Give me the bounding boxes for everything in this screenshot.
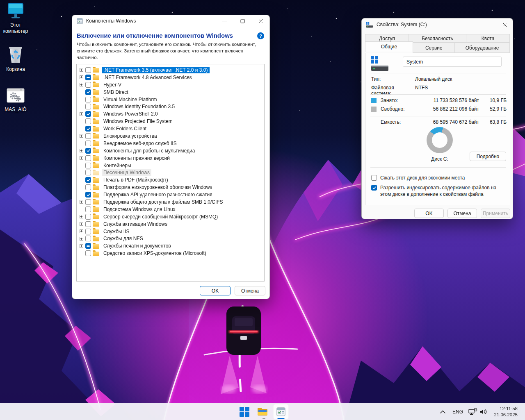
- feature-checkbox[interactable]: [85, 104, 91, 109]
- feature-row[interactable]: Средство записи XPS-документов (Microsof…: [77, 250, 264, 257]
- properties-titlebar[interactable]: Свойства: System (C:): [362, 18, 513, 31]
- feature-row[interactable]: .NET Framework 3.5 (включает .NET 2.0 и …: [77, 66, 264, 74]
- close-button[interactable]: [496, 18, 513, 31]
- feature-checkbox[interactable]: [85, 82, 91, 88]
- feature-row[interactable]: Служба активации Windows: [77, 220, 264, 228]
- feature-checkbox[interactable]: [85, 67, 91, 73]
- features-titlebar[interactable]: Компоненты Windows: [72, 15, 269, 27]
- feature-row[interactable]: Windows Identity Foundation 3.5: [77, 103, 264, 110]
- start-button[interactable]: [239, 406, 250, 417]
- ok-button[interactable]: OK: [414, 209, 444, 218]
- expander-icon[interactable]: [80, 68, 83, 72]
- feature-checkbox[interactable]: [85, 97, 91, 102]
- expander-icon[interactable]: [80, 75, 83, 79]
- feature-checkbox[interactable]: [85, 118, 91, 124]
- feature-row[interactable]: Службы печати и документов: [77, 242, 264, 250]
- feature-checkbox[interactable]: [85, 207, 91, 212]
- feature-checkbox[interactable]: [85, 141, 91, 146]
- tab-quota[interactable]: Квота: [466, 34, 510, 43]
- feature-checkbox[interactable]: [85, 184, 91, 190]
- feature-row[interactable]: Платформа низкоуровневой оболочки Window…: [77, 184, 264, 191]
- compress-checkbox[interactable]: [371, 175, 377, 181]
- help-icon[interactable]: ?: [257, 32, 264, 39]
- feature-checkbox[interactable]: [85, 214, 91, 220]
- expander-icon[interactable]: [80, 215, 83, 218]
- feature-checkbox[interactable]: [85, 89, 91, 95]
- feature-row[interactable]: Службы IIS: [77, 228, 264, 235]
- expander-icon[interactable]: [80, 112, 83, 116]
- feature-checkbox[interactable]: [85, 243, 91, 249]
- feature-row[interactable]: Поддержка общего доступа к файлам SMB 1.…: [77, 198, 264, 206]
- language-indicator[interactable]: ENG: [452, 403, 463, 420]
- feature-row[interactable]: Блокировка устройства: [77, 132, 264, 140]
- feature-row[interactable]: Внедряемое веб-ядро служб IIS: [77, 140, 264, 147]
- ok-button[interactable]: OK: [200, 286, 231, 295]
- expander-icon[interactable]: [80, 222, 83, 226]
- cancel-button[interactable]: Отмена: [235, 286, 265, 295]
- desktop-icon-this-pc[interactable]: Этот компьютер: [0, 2, 31, 34]
- feature-row[interactable]: Подсистема Windows для Linux: [77, 206, 264, 213]
- feature-checkbox[interactable]: [85, 229, 91, 234]
- feature-checkbox[interactable]: [85, 111, 91, 117]
- tab-hardware[interactable]: Оборудование: [454, 43, 510, 53]
- network-tray-button[interactable]: [468, 406, 478, 417]
- expander-icon[interactable]: [80, 83, 83, 86]
- feature-row[interactable]: Службы для NFS: [77, 235, 264, 242]
- feature-checkbox[interactable]: [85, 163, 91, 168]
- expander-icon[interactable]: [80, 244, 83, 248]
- feature-checkbox[interactable]: [85, 236, 91, 241]
- feature-row[interactable]: Поддержка API удаленного разностного сжа…: [77, 191, 264, 198]
- cancel-button[interactable]: Отмена: [447, 209, 477, 218]
- tab-security[interactable]: Безопасность: [409, 34, 466, 43]
- feature-checkbox[interactable]: [85, 126, 91, 132]
- expander-icon[interactable]: [80, 149, 83, 152]
- expander-icon[interactable]: [80, 134, 83, 138]
- expander-icon[interactable]: [80, 229, 83, 233]
- file-explorer-button[interactable]: [257, 406, 268, 417]
- feature-row[interactable]: Windows Projected File System: [77, 118, 264, 125]
- feature-checkbox[interactable]: [85, 192, 91, 198]
- minimize-button[interactable]: [215, 15, 233, 27]
- feature-row[interactable]: Windows PowerShell 2.0: [77, 110, 264, 118]
- tab-general[interactable]: Общие: [365, 41, 413, 52]
- feature-checkbox[interactable]: [85, 155, 91, 161]
- desktop-icon-mas-aio[interactable]: MAS_AIO: [0, 88, 31, 113]
- clock[interactable]: 12:11:58 21.06.2025: [490, 406, 518, 418]
- feature-row[interactable]: .NET Framework 4.8 Advanced Services: [77, 74, 264, 81]
- feature-row[interactable]: Песочница Windows: [77, 169, 264, 176]
- feature-row[interactable]: Печать в PDF (Майкрософт): [77, 176, 264, 184]
- feature-row[interactable]: Компоненты прежних версий: [77, 154, 264, 162]
- expander-icon[interactable]: [80, 200, 83, 204]
- index-checkbox[interactable]: [371, 185, 377, 191]
- details-button[interactable]: Подробно: [470, 152, 506, 161]
- feature-row[interactable]: Контейнеры: [77, 162, 264, 169]
- maximize-button[interactable]: [233, 15, 251, 27]
- expander-icon[interactable]: [80, 156, 83, 160]
- volume-tray-button[interactable]: [478, 406, 489, 417]
- expander-icon[interactable]: [80, 237, 83, 241]
- volume-label-input[interactable]: [403, 57, 502, 67]
- feature-row[interactable]: Work Folders Client: [77, 125, 264, 132]
- feature-row[interactable]: Сервер очереди сообщений Майкрософт (MSM…: [77, 213, 264, 220]
- feature-row[interactable]: SMB Direct: [77, 89, 264, 96]
- feature-row[interactable]: Virtual Machine Platform: [77, 96, 264, 103]
- index-checkbox-row[interactable]: Разрешить индексировать содержимое файло…: [371, 185, 507, 198]
- feature-checkbox[interactable]: [85, 221, 91, 227]
- features-window-icon: [77, 18, 83, 24]
- tab-tools[interactable]: Сервис: [413, 43, 455, 53]
- compress-checkbox-row[interactable]: Сжать этот диск для экономии места: [371, 175, 507, 182]
- feature-checkbox[interactable]: [85, 148, 91, 154]
- feature-checkbox[interactable]: [85, 199, 91, 205]
- feature-checkbox[interactable]: [85, 133, 91, 139]
- folder-icon: [93, 90, 99, 95]
- feature-row[interactable]: Компоненты для работы с мультимедиа: [77, 147, 264, 154]
- feature-row[interactable]: Hyper-V: [77, 81, 264, 89]
- windows-features-button[interactable]: [273, 404, 289, 420]
- feature-checkbox[interactable]: [85, 250, 91, 256]
- desktop-icon-recycle-bin[interactable]: Корзина: [0, 44, 31, 73]
- feature-checkbox[interactable]: [85, 75, 91, 80]
- tray-chevron-button[interactable]: [438, 406, 447, 417]
- feature-checkbox[interactable]: [85, 177, 91, 183]
- close-button[interactable]: [251, 15, 269, 27]
- feature-checkbox[interactable]: [85, 170, 91, 175]
